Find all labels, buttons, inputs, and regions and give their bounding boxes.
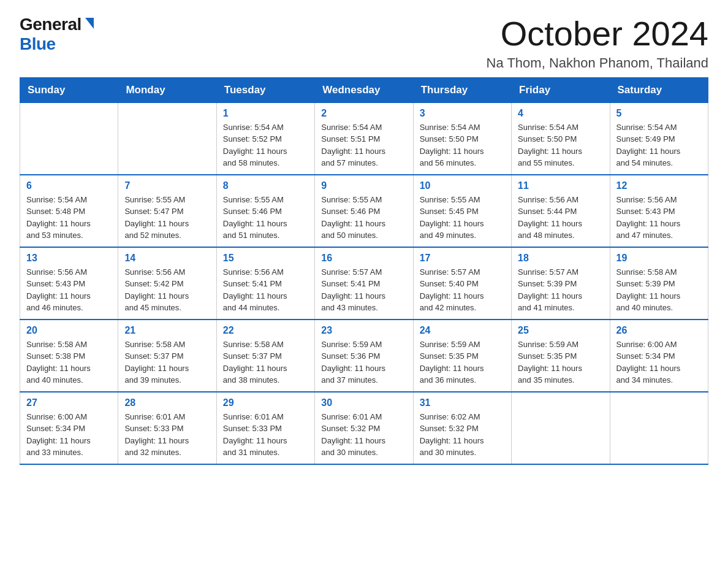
day-cell: 4Sunrise: 5:54 AM Sunset: 5:50 PM Daylig… <box>512 102 610 175</box>
day-number: 9 <box>321 180 406 191</box>
day-number: 29 <box>223 397 308 408</box>
week-row-5: 27Sunrise: 6:00 AM Sunset: 5:34 PM Dayli… <box>20 392 708 464</box>
day-cell: 10Sunrise: 5:55 AM Sunset: 5:45 PM Dayli… <box>413 175 511 247</box>
day-info: Sunrise: 5:58 AM Sunset: 5:37 PM Dayligh… <box>223 339 308 386</box>
day-info: Sunrise: 5:55 AM Sunset: 5:47 PM Dayligh… <box>124 194 210 242</box>
day-cell <box>118 102 216 175</box>
calendar-body: 1Sunrise: 5:54 AM Sunset: 5:52 PM Daylig… <box>20 102 708 464</box>
day-number: 25 <box>518 325 603 336</box>
day-number: 27 <box>26 397 112 408</box>
day-cell: 29Sunrise: 6:01 AM Sunset: 5:33 PM Dayli… <box>216 392 314 464</box>
day-info: Sunrise: 6:01 AM Sunset: 5:33 PM Dayligh… <box>124 411 210 459</box>
header-row: SundayMondayTuesdayWednesdayThursdayFrid… <box>20 77 708 102</box>
day-number: 15 <box>223 253 308 264</box>
day-info: Sunrise: 5:54 AM Sunset: 5:51 PM Dayligh… <box>321 121 406 169</box>
day-number: 23 <box>321 325 406 336</box>
day-cell: 2Sunrise: 5:54 AM Sunset: 5:51 PM Daylig… <box>315 102 413 175</box>
day-number: 20 <box>26 325 112 336</box>
day-cell: 1Sunrise: 5:54 AM Sunset: 5:52 PM Daylig… <box>216 102 314 175</box>
calendar-header: SundayMondayTuesdayWednesdayThursdayFrid… <box>20 77 708 102</box>
location-title: Na Thom, Nakhon Phanom, Thailand <box>487 55 708 71</box>
day-info: Sunrise: 5:56 AM Sunset: 5:43 PM Dayligh… <box>616 194 702 242</box>
day-cell: 5Sunrise: 5:54 AM Sunset: 5:49 PM Daylig… <box>610 102 708 175</box>
week-row-3: 13Sunrise: 5:56 AM Sunset: 5:43 PM Dayli… <box>20 247 708 320</box>
day-cell: 25Sunrise: 5:59 AM Sunset: 5:35 PM Dayli… <box>512 320 610 392</box>
day-number: 12 <box>616 180 702 191</box>
day-info: Sunrise: 5:56 AM Sunset: 5:41 PM Dayligh… <box>223 266 308 314</box>
day-number: 18 <box>518 253 603 264</box>
day-info: Sunrise: 5:58 AM Sunset: 5:37 PM Dayligh… <box>124 339 210 386</box>
day-cell: 21Sunrise: 5:58 AM Sunset: 5:37 PM Dayli… <box>118 320 216 392</box>
day-number: 26 <box>616 325 702 336</box>
day-cell: 12Sunrise: 5:56 AM Sunset: 5:43 PM Dayli… <box>610 175 708 247</box>
day-number: 6 <box>26 180 112 191</box>
week-row-1: 1Sunrise: 5:54 AM Sunset: 5:52 PM Daylig… <box>20 102 708 175</box>
day-info: Sunrise: 5:59 AM Sunset: 5:35 PM Dayligh… <box>518 339 603 386</box>
day-number: 31 <box>420 397 505 408</box>
logo: General Blue <box>20 15 94 54</box>
day-cell: 22Sunrise: 5:58 AM Sunset: 5:37 PM Dayli… <box>216 320 314 392</box>
day-number: 5 <box>616 108 702 119</box>
day-info: Sunrise: 6:01 AM Sunset: 5:33 PM Dayligh… <box>223 411 308 459</box>
day-info: Sunrise: 5:54 AM Sunset: 5:50 PM Dayligh… <box>420 121 505 169</box>
day-info: Sunrise: 5:54 AM Sunset: 5:52 PM Dayligh… <box>223 121 308 169</box>
day-cell: 23Sunrise: 5:59 AM Sunset: 5:36 PM Dayli… <box>315 320 413 392</box>
day-info: Sunrise: 5:59 AM Sunset: 5:36 PM Dayligh… <box>321 339 406 386</box>
day-info: Sunrise: 5:56 AM Sunset: 5:44 PM Dayligh… <box>518 194 603 242</box>
logo-triangle-icon <box>85 18 94 29</box>
day-number: 14 <box>124 253 210 264</box>
header-day-friday: Friday <box>512 77 610 102</box>
day-info: Sunrise: 5:54 AM Sunset: 5:48 PM Dayligh… <box>26 194 112 242</box>
header-day-sunday: Sunday <box>20 77 118 102</box>
day-number: 28 <box>124 397 210 408</box>
day-cell: 27Sunrise: 6:00 AM Sunset: 5:34 PM Dayli… <box>20 392 118 464</box>
logo-blue: Blue <box>20 34 56 54</box>
day-info: Sunrise: 6:00 AM Sunset: 5:34 PM Dayligh… <box>26 411 112 459</box>
day-info: Sunrise: 5:56 AM Sunset: 5:43 PM Dayligh… <box>26 266 112 314</box>
day-cell: 14Sunrise: 5:56 AM Sunset: 5:42 PM Dayli… <box>118 247 216 320</box>
day-info: Sunrise: 6:00 AM Sunset: 5:34 PM Dayligh… <box>616 339 702 386</box>
day-number: 30 <box>321 397 406 408</box>
header-day-saturday: Saturday <box>610 77 708 102</box>
day-cell: 20Sunrise: 5:58 AM Sunset: 5:38 PM Dayli… <box>20 320 118 392</box>
day-cell: 9Sunrise: 5:55 AM Sunset: 5:46 PM Daylig… <box>315 175 413 247</box>
day-info: Sunrise: 5:59 AM Sunset: 5:35 PM Dayligh… <box>420 339 505 386</box>
day-cell: 28Sunrise: 6:01 AM Sunset: 5:33 PM Dayli… <box>118 392 216 464</box>
day-info: Sunrise: 5:57 AM Sunset: 5:41 PM Dayligh… <box>321 266 406 314</box>
day-number: 3 <box>420 108 505 119</box>
day-number: 16 <box>321 253 406 264</box>
day-cell: 19Sunrise: 5:58 AM Sunset: 5:39 PM Dayli… <box>610 247 708 320</box>
day-cell: 3Sunrise: 5:54 AM Sunset: 5:50 PM Daylig… <box>413 102 511 175</box>
day-info: Sunrise: 5:58 AM Sunset: 5:39 PM Dayligh… <box>616 266 702 314</box>
day-cell: 18Sunrise: 5:57 AM Sunset: 5:39 PM Dayli… <box>512 247 610 320</box>
day-number: 4 <box>518 108 603 119</box>
day-cell: 11Sunrise: 5:56 AM Sunset: 5:44 PM Dayli… <box>512 175 610 247</box>
day-info: Sunrise: 5:55 AM Sunset: 5:46 PM Dayligh… <box>321 194 406 242</box>
day-info: Sunrise: 5:57 AM Sunset: 5:39 PM Dayligh… <box>518 266 603 314</box>
day-info: Sunrise: 5:58 AM Sunset: 5:38 PM Dayligh… <box>26 339 112 386</box>
day-info: Sunrise: 6:02 AM Sunset: 5:32 PM Dayligh… <box>420 411 505 459</box>
day-cell: 7Sunrise: 5:55 AM Sunset: 5:47 PM Daylig… <box>118 175 216 247</box>
day-cell: 6Sunrise: 5:54 AM Sunset: 5:48 PM Daylig… <box>20 175 118 247</box>
day-cell: 15Sunrise: 5:56 AM Sunset: 5:41 PM Dayli… <box>216 247 314 320</box>
day-info: Sunrise: 5:54 AM Sunset: 5:50 PM Dayligh… <box>518 121 603 169</box>
day-cell: 13Sunrise: 5:56 AM Sunset: 5:43 PM Dayli… <box>20 247 118 320</box>
day-cell: 24Sunrise: 5:59 AM Sunset: 5:35 PM Dayli… <box>413 320 511 392</box>
day-info: Sunrise: 5:54 AM Sunset: 5:49 PM Dayligh… <box>616 121 702 169</box>
day-cell: 17Sunrise: 5:57 AM Sunset: 5:40 PM Dayli… <box>413 247 511 320</box>
day-number: 24 <box>420 325 505 336</box>
day-number: 1 <box>223 108 308 119</box>
day-cell <box>512 392 610 464</box>
day-number: 22 <box>223 325 308 336</box>
day-cell <box>610 392 708 464</box>
logo-general: General <box>20 15 82 34</box>
header-day-tuesday: Tuesday <box>216 77 314 102</box>
day-number: 13 <box>26 253 112 264</box>
day-cell: 26Sunrise: 6:00 AM Sunset: 5:34 PM Dayli… <box>610 320 708 392</box>
day-number: 7 <box>124 180 210 191</box>
month-title: October 2024 <box>487 15 708 53</box>
day-number: 2 <box>321 108 406 119</box>
day-cell: 30Sunrise: 6:01 AM Sunset: 5:32 PM Dayli… <box>315 392 413 464</box>
day-info: Sunrise: 5:55 AM Sunset: 5:46 PM Dayligh… <box>223 194 308 242</box>
week-row-4: 20Sunrise: 5:58 AM Sunset: 5:38 PM Dayli… <box>20 320 708 392</box>
